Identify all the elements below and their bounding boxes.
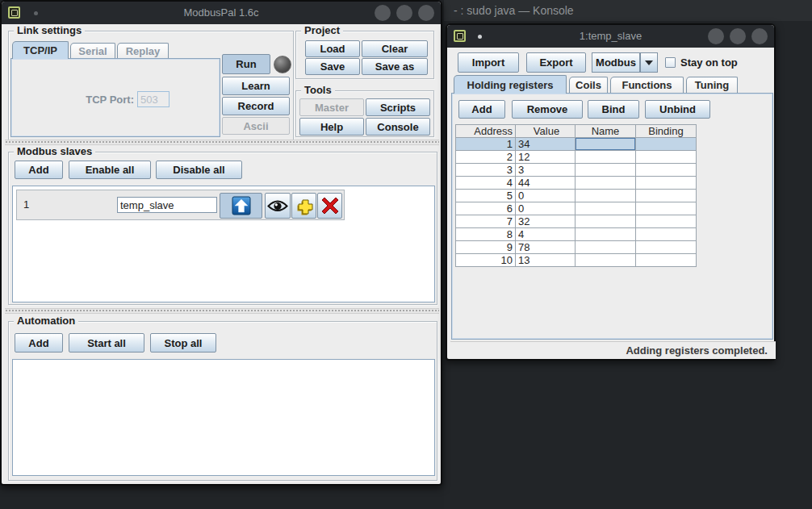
record-button[interactable]: Record	[222, 97, 290, 115]
window-button-minimize[interactable]	[708, 28, 724, 44]
tab-holding-registers[interactable]: Holding registers	[454, 75, 567, 94]
help-button[interactable]: Help	[299, 118, 364, 136]
cell-value[interactable]: 4	[516, 228, 576, 241]
cell-address[interactable]: 3	[455, 164, 516, 177]
cell-name[interactable]	[576, 138, 636, 151]
cell-address[interactable]: 6	[455, 202, 516, 215]
window-button-maximize[interactable]	[730, 28, 746, 44]
window-button-close[interactable]	[751, 28, 768, 44]
tab-coils[interactable]: Coils	[569, 77, 608, 93]
cell-address[interactable]: 4	[455, 177, 516, 190]
column-header-address[interactable]: Address	[455, 124, 516, 138]
temp-slave-titlebar[interactable]: 1:temp_slave	[447, 25, 774, 48]
table-row[interactable]: 134	[455, 138, 697, 151]
stop-all-button[interactable]: Stop all	[150, 333, 216, 353]
modbuspal-titlebar[interactable]: ModbusPal 1.6c	[2, 2, 441, 24]
cell-binding[interactable]	[636, 190, 697, 202]
add-slave-button[interactable]: Add	[15, 161, 63, 179]
cell-name[interactable]	[576, 202, 636, 215]
tab-serial[interactable]: Serial	[70, 43, 115, 59]
cell-address[interactable]: 5	[455, 190, 516, 202]
cell-address[interactable]: 7	[455, 215, 516, 228]
protocol-select[interactable]: Modbus	[592, 52, 640, 73]
window-button-minimize[interactable]	[375, 5, 391, 21]
import-button[interactable]: Import	[458, 52, 519, 73]
table-row[interactable]: 1013	[455, 254, 697, 267]
tab-replay[interactable]: Replay	[117, 43, 169, 59]
cell-name[interactable]	[576, 254, 636, 267]
cell-address[interactable]: 10	[455, 254, 516, 267]
tab-tcpip[interactable]: TCP/IP	[12, 41, 69, 59]
column-header-name[interactable]: Name	[576, 124, 636, 138]
clear-button[interactable]: Clear	[362, 40, 428, 57]
stay-on-top-checkbox[interactable]	[665, 57, 676, 68]
master-button[interactable]: Master	[299, 98, 364, 116]
cell-name[interactable]	[576, 177, 636, 190]
bind-button[interactable]: Bind	[588, 100, 639, 119]
table-row[interactable]: 33	[455, 164, 697, 177]
slave-enable-toggle[interactable]	[220, 193, 262, 219]
tab-functions[interactable]: Functions	[610, 77, 684, 93]
cell-value[interactable]: 0	[516, 202, 576, 215]
cell-value[interactable]: 32	[516, 215, 576, 228]
cell-address[interactable]: 8	[455, 228, 516, 241]
cell-binding[interactable]	[636, 241, 697, 254]
cell-binding[interactable]	[636, 215, 697, 228]
cell-binding[interactable]	[636, 202, 697, 215]
scripts-button[interactable]: Scripts	[366, 98, 430, 116]
cell-name[interactable]	[576, 215, 636, 228]
cell-value[interactable]: 3	[516, 164, 576, 177]
protocol-select-arrow[interactable]	[640, 52, 658, 73]
save-button[interactable]: Save	[305, 58, 360, 75]
cell-binding[interactable]	[636, 177, 697, 190]
cell-value[interactable]: 0	[516, 190, 576, 202]
column-header-binding[interactable]: Binding	[636, 124, 697, 138]
load-button[interactable]: Load	[305, 40, 360, 57]
cell-address[interactable]: 1	[455, 138, 516, 151]
splitter-handle-top[interactable]	[5, 140, 439, 145]
table-row[interactable]: 444	[455, 177, 697, 190]
konsole-titlebar[interactable]: - : sudo java — Konsole	[444, 0, 812, 21]
cell-binding[interactable]	[636, 138, 697, 151]
cell-name[interactable]	[576, 151, 636, 164]
cell-name[interactable]	[576, 241, 636, 254]
table-row[interactable]: 60	[455, 202, 697, 215]
slave-name-field[interactable]	[117, 197, 217, 213]
table-row[interactable]: 978	[455, 241, 697, 254]
cell-binding[interactable]	[636, 228, 697, 241]
column-header-value[interactable]: Value	[516, 124, 576, 138]
cell-name[interactable]	[576, 190, 636, 202]
slave-view-button[interactable]	[265, 193, 291, 219]
table-row[interactable]: 212	[455, 151, 697, 164]
export-button[interactable]: Export	[526, 52, 586, 73]
table-row[interactable]: 84	[455, 228, 697, 241]
cell-name[interactable]	[576, 164, 636, 177]
remove-register-button[interactable]: Remove	[512, 100, 583, 119]
cell-binding[interactable]	[636, 254, 697, 267]
cell-value[interactable]: 13	[516, 254, 576, 267]
add-automation-button[interactable]: Add	[15, 333, 63, 353]
cell-name[interactable]	[576, 228, 636, 241]
cell-value[interactable]: 12	[516, 151, 576, 164]
disable-all-button[interactable]: Disable all	[156, 161, 242, 179]
unbind-button[interactable]: Unbind	[645, 100, 710, 119]
table-row[interactable]: 732	[455, 215, 697, 228]
cell-address[interactable]: 2	[455, 151, 516, 164]
cell-binding[interactable]	[636, 151, 697, 164]
window-button-close[interactable]	[418, 5, 434, 21]
tcp-port-field[interactable]	[137, 91, 170, 107]
cell-value[interactable]: 44	[516, 177, 576, 190]
splitter-handle-bottom[interactable]	[5, 308, 439, 314]
console-button[interactable]: Console	[366, 118, 430, 136]
cell-binding[interactable]	[636, 164, 697, 177]
cell-address[interactable]: 9	[455, 241, 516, 254]
save-as-button[interactable]: Save as	[362, 58, 428, 75]
window-button-maximize[interactable]	[396, 5, 412, 21]
cell-value[interactable]: 34	[516, 138, 576, 151]
run-button[interactable]: Run	[222, 54, 270, 74]
add-register-button[interactable]: Add	[458, 100, 505, 119]
enable-all-button[interactable]: Enable all	[69, 161, 151, 179]
slave-add-automation-button[interactable]	[291, 193, 316, 219]
table-row[interactable]: 50	[455, 190, 697, 202]
learn-button[interactable]: Learn	[222, 77, 290, 95]
